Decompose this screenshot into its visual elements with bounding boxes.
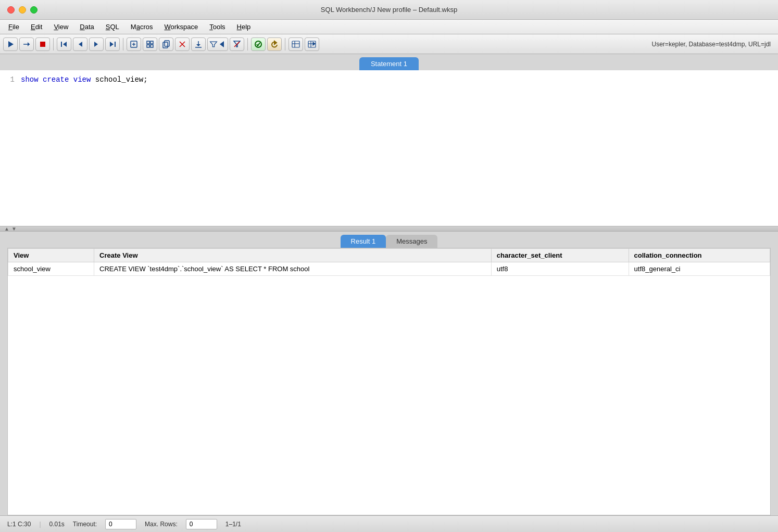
- col-charset: character_set_client: [491, 249, 629, 262]
- result-area: Result 1 Messages View Create View chara…: [0, 232, 778, 515]
- timeout-label: Timeout:: [73, 521, 97, 528]
- filter-button[interactable]: [207, 37, 228, 51]
- svg-marker-24: [210, 42, 217, 47]
- svg-rect-8: [115, 42, 116, 47]
- svg-rect-3: [40, 42, 45, 47]
- stop-button[interactable]: [35, 37, 50, 51]
- sql-editor-container: 1 show create view school_view;: [0, 70, 778, 226]
- col-view: View: [8, 249, 94, 262]
- sql-editor[interactable]: 1 show create view school_view;: [0, 70, 778, 226]
- commit-button[interactable]: [251, 37, 266, 51]
- results-container[interactable]: View Create View character_set_client co…: [7, 248, 771, 515]
- window-title: SQL Workbench/J New profile – Default.wk…: [321, 6, 457, 14]
- svg-marker-9: [110, 42, 114, 47]
- cell-collation: utf8_general_ci: [629, 262, 770, 276]
- timeout-input[interactable]: [105, 519, 136, 529]
- first-record-button[interactable]: [57, 37, 71, 51]
- svg-rect-4: [61, 42, 62, 47]
- svg-rect-30: [292, 41, 299, 47]
- menu-file[interactable]: File: [3, 21, 24, 32]
- table-button[interactable]: [288, 37, 303, 51]
- splitter[interactable]: ▲ ▼: [0, 226, 778, 232]
- download-button[interactable]: [191, 37, 206, 51]
- cursor-position: L:1 C:30: [7, 521, 31, 528]
- max-rows-input[interactable]: [186, 519, 217, 529]
- grid-button[interactable]: [143, 37, 157, 51]
- prev-record-button[interactable]: [73, 37, 87, 51]
- timing: 0.01s: [49, 521, 65, 528]
- menu-tools[interactable]: Tools: [204, 21, 230, 32]
- menu-macros[interactable]: Macros: [126, 21, 158, 32]
- svg-rect-15: [147, 45, 149, 47]
- result-tab-bar: Result 1 Messages: [0, 232, 778, 248]
- max-rows-label: Max. Rows:: [145, 521, 178, 528]
- maximize-button[interactable]: [30, 6, 37, 14]
- export-button[interactable]: [305, 37, 319, 51]
- sql-identifier: school_view;: [95, 75, 148, 84]
- close-button[interactable]: [7, 6, 15, 14]
- bottom-status-bar: L:1 C:30 | 0.01s Timeout: Max. Rows: 1–1…: [0, 515, 778, 532]
- svg-marker-25: [220, 41, 224, 47]
- svg-rect-18: [163, 42, 168, 48]
- svg-rect-14: [150, 41, 153, 44]
- filter-off-button[interactable]: [230, 37, 244, 51]
- insert-row-button[interactable]: [127, 37, 141, 51]
- rollback-button[interactable]: [267, 37, 282, 51]
- svg-marker-22: [196, 44, 200, 46]
- menu-help[interactable]: Help: [232, 21, 256, 32]
- copy-button[interactable]: [159, 37, 173, 51]
- messages-tab[interactable]: Messages: [386, 235, 437, 248]
- cell-view: school_view: [8, 262, 94, 276]
- menu-workspace[interactable]: Workspace: [159, 21, 203, 32]
- svg-marker-2: [28, 42, 30, 46]
- main-content: Statement 1 1 show create view school_vi…: [0, 54, 778, 532]
- splitter-down-icon: ▼: [11, 226, 17, 232]
- page-info: 1–1/1: [225, 521, 241, 528]
- svg-rect-17: [165, 41, 169, 46]
- svg-marker-6: [79, 42, 82, 47]
- toolbar: User=kepler, Database=test4dmp, URL=jdl: [0, 34, 778, 54]
- header-row: View Create View character_set_client co…: [8, 249, 770, 262]
- sql-line-1: 1 show create view school_view;: [6, 74, 772, 85]
- execute-button[interactable]: [3, 37, 18, 51]
- toolbar-separator-2: [123, 38, 123, 50]
- results-table: View Create View character_set_client co…: [8, 248, 770, 276]
- svg-marker-36: [313, 42, 315, 45]
- splitter-up-icon: ▲: [4, 226, 9, 232]
- menu-bar: File Edit View Data SQL Macros Workspace…: [0, 20, 778, 34]
- menu-sql[interactable]: SQL: [101, 21, 124, 32]
- menu-data[interactable]: Data: [74, 21, 99, 32]
- minimize-button[interactable]: [19, 6, 26, 14]
- connection-info: User=kepler, Database=test4dmp, URL=jdl: [652, 41, 775, 48]
- svg-marker-7: [94, 42, 98, 47]
- toolbar-separator-1: [53, 38, 54, 50]
- menu-edit[interactable]: Edit: [26, 21, 47, 32]
- last-record-button[interactable]: [105, 37, 120, 51]
- status-sep-1: |: [39, 521, 41, 528]
- sql-content: show create view school_view;: [21, 74, 148, 85]
- svg-marker-5: [63, 42, 67, 47]
- col-collation: collation_connection: [629, 249, 770, 262]
- menu-view[interactable]: View: [48, 21, 73, 32]
- window-controls[interactable]: [7, 6, 37, 14]
- cell-charset: utf8: [491, 262, 629, 276]
- col-create-view: Create View: [94, 249, 492, 262]
- sql-keyword: show create view: [21, 75, 91, 84]
- cell-create-view: CREATE VIEW `test4dmp`.`school_view` AS …: [94, 262, 492, 276]
- statement-tab-bar: Statement 1: [0, 54, 778, 70]
- table-header: View Create View character_set_client co…: [8, 249, 770, 262]
- svg-marker-29: [274, 41, 277, 44]
- table-row: school_view CREATE VIEW `test4dmp`.`scho…: [8, 262, 770, 276]
- svg-marker-0: [8, 41, 14, 47]
- title-bar: SQL Workbench/J New profile – Default.wk…: [0, 0, 778, 20]
- result-tab-1[interactable]: Result 1: [341, 235, 386, 248]
- line-number: 1: [6, 74, 15, 85]
- svg-rect-16: [150, 45, 153, 47]
- next-record-button[interactable]: [89, 37, 104, 51]
- svg-rect-13: [147, 41, 149, 44]
- toolbar-separator-4: [285, 38, 285, 50]
- table-body: school_view CREATE VIEW `test4dmp`.`scho…: [8, 262, 770, 276]
- delete-button[interactable]: [175, 37, 190, 51]
- statement-tab-1[interactable]: Statement 1: [359, 57, 419, 70]
- execute-current-button[interactable]: [19, 37, 34, 51]
